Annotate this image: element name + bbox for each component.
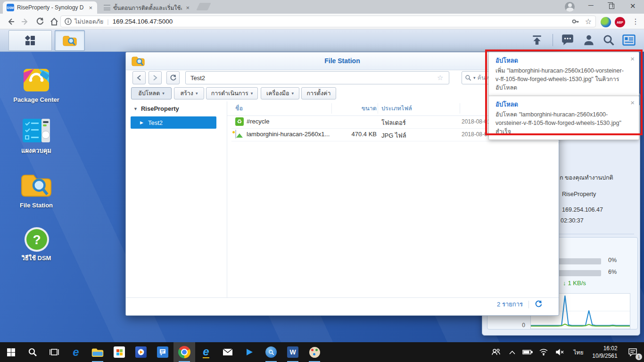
column-header-name[interactable]: ชื่อ — [235, 101, 243, 115]
control-panel-icon[interactable] — [22, 118, 51, 143]
sidebar-item-label: Test2 — [148, 119, 163, 126]
tools-button[interactable]: เครื่องมือ▾ — [261, 87, 299, 99]
home-icon[interactable] — [50, 17, 58, 26]
chrome-button[interactable] — [173, 342, 195, 362]
language-indicator[interactable]: ไทย — [569, 342, 588, 362]
column-separator — [460, 103, 460, 114]
dsm-help-label: วิธีใช้ DSM — [7, 255, 66, 262]
wifi-icon — [539, 349, 548, 355]
task-view-button[interactable] — [43, 342, 65, 362]
back-icon[interactable] — [7, 17, 15, 26]
browser-profile-icon[interactable] — [565, 2, 575, 12]
window-minimize-button[interactable]: ─ — [588, 1, 594, 9]
dsm-main-menu-button[interactable] — [8, 30, 52, 51]
browser-tab-riseproperty[interactable]: DSM RiseProperty - Synology D × — [3, 1, 97, 14]
nav-forward-button[interactable] — [149, 71, 162, 84]
nav-back-button[interactable] — [132, 71, 146, 84]
ram-percent-label: 6% — [608, 269, 617, 275]
mail-button[interactable] — [217, 342, 239, 362]
battery-tray-icon[interactable] — [520, 342, 536, 362]
nav-refresh-button[interactable] — [166, 71, 180, 84]
battery-icon — [522, 349, 533, 355]
column-header-size[interactable]: ขนาด — [330, 101, 377, 115]
column-header-type[interactable]: ประเภทไฟล์ — [381, 101, 412, 115]
people-tray-icon[interactable] — [487, 342, 504, 362]
notification-badge: 1 — [636, 354, 642, 360]
toast-message: เพิ่ม "lamborghini-huracan-2560x1600-vor… — [495, 66, 625, 92]
help-glyph: ? — [24, 226, 50, 253]
chrome-menu-icon[interactable]: ⋮ — [632, 17, 639, 26]
edge-button[interactable]: e — [65, 342, 87, 362]
toast-close-icon[interactable]: × — [630, 99, 635, 107]
address-bar[interactable]: ไม่ปลอดภัย | 169.254.106.47:5000 ☆ — [60, 16, 596, 27]
new-tab-button[interactable] — [196, 3, 211, 10]
path-input[interactable] — [185, 71, 449, 84]
info-icon[interactable] — [65, 18, 72, 25]
microsoft-store-button[interactable] — [108, 342, 130, 362]
lan-ip-value: 169.254.106.47 — [562, 206, 603, 213]
synology-assistant-button[interactable] — [260, 342, 282, 362]
browser-tab-guide[interactable]: ขั้นตอนการติดตั้งและเริ่มใช้งาน × — [100, 1, 194, 14]
chevron-left-icon — [137, 75, 141, 81]
tab-close-icon[interactable]: × — [88, 4, 93, 11]
toast-title: อัปโหลด — [495, 99, 625, 109]
reload-icon[interactable] — [36, 17, 44, 26]
user-options-icon[interactable] — [583, 34, 595, 46]
file-explorer-button[interactable] — [87, 342, 108, 362]
create-button[interactable]: สร้าง▾ — [174, 87, 204, 99]
forward-icon[interactable] — [21, 17, 29, 26]
key-icon[interactable] — [571, 17, 579, 25]
action-button[interactable]: การดำเนินการ▾ — [206, 87, 258, 99]
sidebar-item-test2[interactable]: ▶ Test2 — [131, 116, 216, 129]
file-station-label: File Station — [7, 202, 66, 209]
wifi-tray-icon[interactable] — [536, 342, 552, 362]
window-close-button[interactable]: ✕ — [630, 2, 636, 10]
status-bar: 2 รายการ — [126, 297, 559, 311]
file-station-icon[interactable] — [21, 172, 52, 198]
tab-close-icon[interactable]: × — [185, 4, 190, 11]
time-label: 16:02 — [592, 345, 617, 352]
dsm-help-icon[interactable]: ? — [24, 226, 50, 253]
paint-button[interactable] — [304, 342, 325, 362]
idm-extension-icon[interactable] — [601, 17, 611, 27]
file-name: #recycle — [247, 118, 269, 125]
start-button[interactable] — [0, 342, 22, 362]
item-count: 2 รายการ — [497, 299, 523, 309]
tray-overflow-chevron[interactable] — [504, 342, 520, 362]
widgets-panel-icon[interactable] — [622, 34, 636, 46]
dsm-search-icon[interactable] — [603, 34, 615, 46]
volume-tray-icon[interactable] — [552, 342, 569, 362]
abp-extension-icon[interactable]: ABP — [615, 17, 625, 27]
bookmark-star-icon[interactable]: ☆ — [585, 17, 592, 26]
caret-down-icon: ▼ — [133, 107, 138, 111]
sidebar-root-riseproperty[interactable]: ▼ RiseProperty — [133, 105, 179, 112]
media-player-button[interactable] — [130, 342, 152, 362]
package-center-icon[interactable] — [22, 64, 51, 93]
action-center-button[interactable]: 1 — [621, 342, 644, 362]
movies-tv-button[interactable] — [239, 342, 260, 362]
presentation-icon — [157, 346, 168, 358]
toast-message: อัปโหลด "lamborghini-huracan-2560x1600-v… — [495, 110, 625, 136]
toast-close-icon[interactable]: × — [630, 55, 635, 63]
store-icon — [114, 346, 125, 358]
dsm-filestation-task-button[interactable] — [55, 30, 85, 51]
notifications-icon[interactable] — [561, 34, 574, 46]
settings-button[interactable]: การตั้งค่า — [301, 87, 336, 99]
upload-toast-success[interactable]: อัปโหลด อัปโหลด "lamborghini-huracan-256… — [488, 96, 639, 140]
search-icon — [28, 347, 37, 357]
presentation-app-button[interactable] — [152, 342, 173, 362]
internet-explorer-button[interactable]: e — [195, 342, 217, 362]
refresh-list-icon[interactable] — [535, 300, 543, 308]
status-divider — [528, 301, 529, 308]
folder-search-icon — [63, 35, 77, 46]
image-file-icon — [235, 130, 236, 139]
favorite-star-icon[interactable]: ☆ — [437, 74, 443, 82]
column-separator — [378, 103, 378, 114]
dsmbar-divider — [553, 34, 553, 46]
clock[interactable]: 16:0210/9/2561 — [588, 342, 621, 362]
word-button[interactable]: W — [282, 342, 304, 362]
upload-toast-queued[interactable]: อัปโหลด เพิ่ม "lamborghini-huracan-2560x… — [488, 52, 639, 96]
upload-button[interactable]: อัปโหลด▾ — [131, 87, 172, 99]
taskbar-search-button[interactable] — [22, 342, 43, 362]
upload-queue-icon[interactable] — [531, 34, 543, 46]
